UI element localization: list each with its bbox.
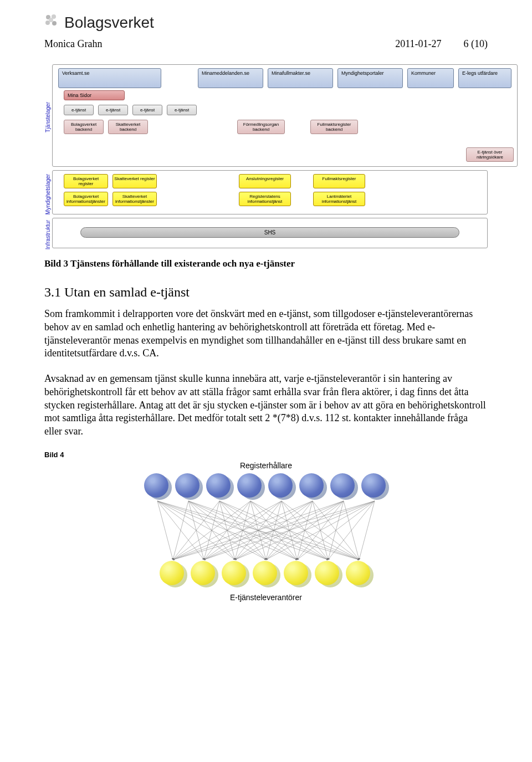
- box-lantmateriet: Lantmäteriet informationstjänst: [313, 192, 365, 206]
- box-etjanst: e-tjänst: [98, 105, 128, 115]
- box-formedl-backend: Förmedlingsorgan backend: [237, 120, 285, 134]
- author-name: Monica Grahn: [44, 38, 102, 50]
- leverantor-node: [315, 561, 341, 587]
- box-minafullmakter: Minafullmakter.se: [268, 68, 333, 88]
- box-anslutningsregister: Anslutningsregister: [239, 174, 291, 188]
- register-node: [206, 473, 233, 500]
- register-node: [361, 473, 388, 500]
- caption-bild3: Bild 3 Tjänstens förhållande till existe…: [44, 258, 488, 269]
- para1: Som framkommit i delrapporten vore det ö…: [44, 308, 488, 360]
- box-bolag-register: Bolagsverket register: [64, 174, 108, 188]
- register-node: [175, 473, 202, 500]
- leverantor-node: [284, 561, 310, 587]
- svg-line-56: [235, 501, 375, 560]
- box-minameddelanden: Minameddelanden.se: [198, 68, 263, 88]
- svg-line-5: [157, 501, 173, 560]
- svg-point-3: [52, 21, 57, 25]
- leverantor-node: [160, 561, 186, 587]
- register-node: [237, 473, 264, 500]
- leverantor-node: [253, 561, 279, 587]
- svg-line-26: [173, 501, 250, 560]
- box-kommuner: Kommuner: [407, 68, 454, 88]
- leverantor-node: [222, 561, 248, 587]
- caption-bild4: Bild 4: [44, 451, 488, 459]
- register-node: [268, 473, 295, 500]
- box-skatt-backend: Skatteverket backend: [108, 120, 148, 134]
- svg-line-55: [204, 501, 375, 560]
- box-skatt-register: Skatteverket register: [112, 174, 157, 188]
- svg-line-12: [173, 501, 188, 560]
- box-bolag-backend: Bolagsverket backend: [64, 120, 104, 134]
- box-registerstaten: Registerstatens informationstjänst: [239, 192, 291, 206]
- box-skatt-info: Skatteverket informationstjänster: [112, 192, 157, 206]
- box-shs: SHS: [80, 227, 459, 238]
- para2: Avsaknad av en gemensam tjänst skulle ku…: [44, 372, 488, 438]
- box-myndighetsportaler: Myndighetsportaler: [337, 68, 403, 88]
- registerhallare-label: Registerhållare: [0, 461, 532, 470]
- svg-line-57: [266, 501, 375, 560]
- org-logo: Bolagsverket: [44, 13, 488, 32]
- box-etjanst: e-tjänst: [64, 105, 94, 115]
- page-number: 6 (10): [464, 38, 488, 50]
- bipartite-graph: [0, 473, 532, 587]
- box-bolag-info: Bolagsverket informationstjänster: [64, 192, 108, 206]
- box-fullmakt-backend: Fullmaktsregister backend: [310, 120, 358, 134]
- svg-line-47: [173, 501, 344, 560]
- box-etjanst: e-tjänst: [132, 105, 162, 115]
- svg-line-60: [359, 501, 375, 560]
- leverantorer-label: E-tjänsteleverantörer: [0, 593, 532, 602]
- box-fullmaktsregister: Fullmaktsregister: [313, 174, 365, 188]
- svg-line-40: [173, 501, 313, 560]
- box-verksamt: Verksamt.se: [58, 68, 161, 88]
- box-etjanst: e-tjänst: [167, 105, 197, 115]
- svg-point-4: [49, 18, 53, 22]
- diagram-bild3: Tjänstelager Verksamt.se Minameddelanden…: [44, 64, 488, 252]
- doc-date: 2011-01-27: [395, 38, 441, 50]
- leverantor-node: [191, 561, 217, 587]
- register-node: [330, 473, 357, 500]
- svg-line-59: [328, 501, 375, 560]
- svg-line-54: [173, 501, 375, 560]
- logo-icon: [44, 13, 59, 32]
- svg-line-33: [173, 501, 282, 560]
- box-naringsidkare: E-tjänst över näringsidkare: [466, 147, 514, 162]
- axis-myndighetslager: Myndighetslager: [45, 173, 52, 214]
- register-node: [144, 473, 171, 500]
- axis-tjanstelager: Tjänstelager: [45, 102, 52, 132]
- box-elegs: E-legs utfärdare: [458, 68, 511, 88]
- org-name: Bolagsverket: [64, 14, 154, 32]
- section-heading: 3.1 Utan en samlad e-tjänst: [44, 285, 488, 300]
- box-minasidor: Mina Sidor: [64, 90, 125, 100]
- svg-line-58: [297, 501, 375, 560]
- register-node: [299, 473, 326, 500]
- svg-line-19: [173, 501, 219, 560]
- leverantor-node: [346, 561, 372, 587]
- axis-infrastruktur: Infrastruktur: [45, 220, 52, 249]
